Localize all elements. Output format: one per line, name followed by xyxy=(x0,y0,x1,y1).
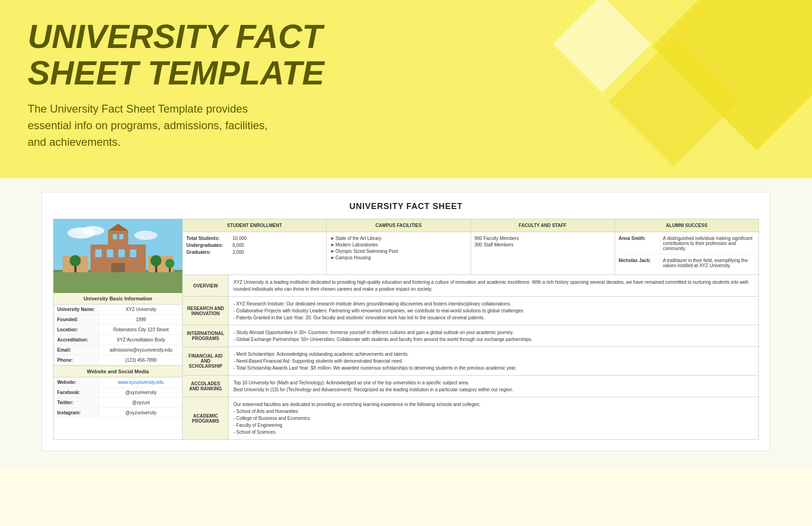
info-value: 1999 xyxy=(100,315,182,324)
info-label: Location: xyxy=(54,325,100,335)
col-header-enrollment: STUDENT ENROLLMENT xyxy=(183,219,327,232)
university-image xyxy=(54,219,182,293)
col-header-alumni: ALUMNI SUCCESS xyxy=(615,219,758,232)
svg-rect-15 xyxy=(113,234,117,239)
basic-info-rows: University Name:XYZ UniversityFounded:19… xyxy=(54,305,182,365)
alumni-name: Nicholas Jack: xyxy=(619,258,660,268)
fact-sheet-container: UNIVERSITY FACT SHEET xyxy=(42,192,770,451)
facility-item: ➤ Olympic Sized Swimming Pool xyxy=(330,249,466,254)
undergrad-label: Undergraduates: xyxy=(186,243,233,248)
section-label: INTERNATIONAL PROGRAMS xyxy=(183,325,229,347)
columns-data: Total Students: 10,000 Undergraduates: 8… xyxy=(183,232,758,275)
alumni-row: Nicholas Jack:A trailblazer in their fie… xyxy=(619,258,755,271)
section-content: - XYZ Research Institute: Our dedicated … xyxy=(229,297,758,325)
section-content: XYZ University is a leading institution … xyxy=(229,275,758,296)
info-section-row: ACADEMIC PROGRAMSOur esteemed faculties … xyxy=(183,397,758,439)
info-value: XYZ Accreditation Body xyxy=(100,335,182,345)
info-label: Founded: xyxy=(54,315,100,324)
social-value: @xyzuniversity xyxy=(100,388,182,397)
alumni-col: Anna Smith:A distinguished individual ma… xyxy=(615,232,758,275)
grad-value: 2,000 xyxy=(233,250,244,255)
total-label: Total Students: xyxy=(186,236,233,241)
info-label: University Name: xyxy=(54,305,100,314)
info-label: Accreditation: xyxy=(54,335,100,345)
info-section-row: ACCOLADES AND RANKINGTop 10 University f… xyxy=(183,376,758,397)
total-value: 10,000 xyxy=(233,236,247,241)
alumni-row: Anna Smith:A distinguished individual ma… xyxy=(619,236,755,254)
svg-rect-11 xyxy=(130,249,137,257)
info-section-row: RESEARCH AND INNOVATION- XYZ Research In… xyxy=(183,297,758,325)
university-basic-info-header: University Basic Information xyxy=(54,293,182,305)
main-content: UNIVERSITY FACT SHEET xyxy=(0,178,812,470)
faculty-item: 900 Faculty Members xyxy=(475,236,611,241)
social-value: www.xyzuniversity.edu xyxy=(100,377,182,387)
info-label: Email: xyxy=(54,345,100,355)
social-label: Website: xyxy=(54,377,100,387)
svg-rect-5 xyxy=(54,272,182,293)
svg-rect-13 xyxy=(108,231,128,247)
section-label: ACCOLADES AND RANKING xyxy=(183,376,229,397)
info-row: Location:Roberstons City 123 Street xyxy=(54,325,182,335)
info-sections: OVERVIEWXYZ University is a leading inst… xyxy=(183,275,758,439)
social-media-header: Website and Social Media xyxy=(54,365,182,377)
info-label: Phone: xyxy=(54,355,100,365)
social-label: Facebook: xyxy=(54,388,100,397)
info-section-row: OVERVIEWXYZ University is a leading inst… xyxy=(183,275,758,297)
facilities-col: ➤ State of the Art Library➤ Modern Labor… xyxy=(327,232,471,275)
header-title: UNIVERSITY FACT SHEET TEMPLATE xyxy=(28,18,351,91)
info-value: (123) 456-7890 xyxy=(100,355,182,365)
col-header-faculty: FACULTY AND STAFF xyxy=(471,219,615,232)
header-description: The University Fact Sheet Template provi… xyxy=(28,101,286,150)
svg-point-24 xyxy=(165,259,174,268)
info-section-row: INTERNATIONAL PROGRAMS- Study Abroad Opp… xyxy=(183,325,758,347)
svg-rect-9 xyxy=(107,249,113,257)
social-value: @xyzuniversity xyxy=(100,408,182,418)
info-value: admissions@xyzuniversity.edu xyxy=(100,345,182,355)
section-content: Our esteemed faculties are dedicated to … xyxy=(229,397,758,439)
social-label: Instagram: xyxy=(54,408,100,418)
col-header-facilities: CAMPUS FACILITIES xyxy=(327,219,471,232)
facility-item: ➤ Campus Housing xyxy=(330,255,466,260)
info-row: University Name:XYZ University xyxy=(54,305,182,315)
section-content: Top 10 University for (Math and Technolo… xyxy=(229,376,758,397)
section-content: - Merit Scholarships: Acknowledging outs… xyxy=(229,347,758,375)
svg-rect-12 xyxy=(111,263,125,272)
facility-item: ➤ Modern Laboratories xyxy=(330,242,466,247)
social-value: @xyzuni xyxy=(100,398,182,407)
faculty-col: 900 Faculty Members300 Staff Members xyxy=(471,232,615,275)
info-section-row: FINANCIAL AID AND SCHOLARSHIP- Merit Sch… xyxy=(183,347,758,376)
section-label: RESEARCH AND INNOVATION xyxy=(183,297,229,325)
social-row: Facebook:@xyzuniversity xyxy=(54,388,182,398)
undergrad-value: 8,000 xyxy=(233,243,244,248)
info-row: Accreditation:XYZ Accreditation Body xyxy=(54,335,182,345)
right-panel: STUDENT ENROLLMENT CAMPUS FACILITIES FAC… xyxy=(183,219,758,439)
social-rows: Website:www.xyzuniversity.eduFacebook:@x… xyxy=(54,377,182,418)
enrollment-col: Total Students: 10,000 Undergraduates: 8… xyxy=(183,232,327,275)
svg-rect-8 xyxy=(95,249,102,257)
left-panel: University Basic Information University … xyxy=(54,219,183,439)
section-label: OVERVIEW xyxy=(183,275,229,296)
social-row: Website:www.xyzuniversity.edu xyxy=(54,377,182,388)
svg-point-20 xyxy=(70,255,81,266)
top-section: University Basic Information University … xyxy=(53,219,759,440)
alumni-desc: A trailblazer in their field, exemplifyi… xyxy=(663,258,755,268)
svg-point-3 xyxy=(134,231,157,240)
svg-point-22 xyxy=(150,255,161,266)
social-label: Twitter: xyxy=(54,398,100,407)
grad-label: Graduates: xyxy=(186,250,233,255)
columns-header: STUDENT ENROLLMENT CAMPUS FACILITIES FAC… xyxy=(183,219,758,232)
section-label: ACADEMIC PROGRAMS xyxy=(183,397,229,439)
faculty-item: 300 Staff Members xyxy=(475,242,611,247)
svg-rect-10 xyxy=(118,249,125,257)
fact-sheet-title: UNIVERSITY FACT SHEET xyxy=(53,202,759,211)
info-row: Founded:1999 xyxy=(54,315,182,325)
section-label: FINANCIAL AID AND SCHOLARSHIP xyxy=(183,347,229,375)
info-row: Email:admissions@xyzuniversity.edu xyxy=(54,345,182,355)
svg-point-2 xyxy=(81,226,104,235)
facility-item: ➤ State of the Art Library xyxy=(330,236,466,241)
info-row: Phone:(123) 456-7890 xyxy=(54,355,182,365)
social-row: Twitter:@xyzuni xyxy=(54,398,182,408)
section-content: - Study Abroad Opportunities in 30+ Coun… xyxy=(229,325,758,347)
header-section: UNIVERSITY FACT SHEET TEMPLATE The Unive… xyxy=(0,0,812,178)
svg-rect-16 xyxy=(119,234,124,239)
